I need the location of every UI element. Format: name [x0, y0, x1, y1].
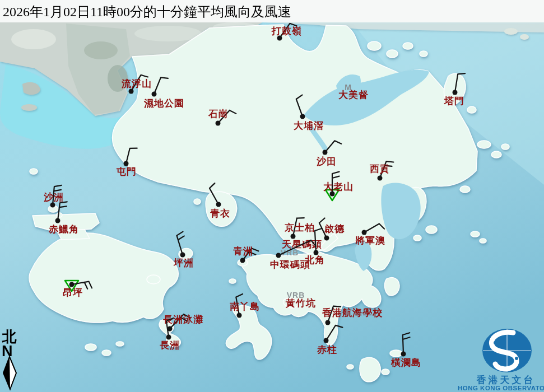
station-label: 橫瀾島 — [390, 357, 421, 368]
station-dot[interactable] — [240, 258, 245, 263]
station-dot[interactable] — [453, 90, 458, 95]
map-title: 2026年1月02日11時00分的十分鐘平均風向及風速 — [3, 4, 291, 19]
station-dot[interactable] — [324, 338, 329, 343]
wind-map-screenshot: 打鼓嶺流浮山濕地公園石崗大埔滘M大美督塔門沙田西貢屯門大老山沙洲青衣赤鱲角京士柏… — [0, 0, 544, 392]
station-label: 香港航海學校 — [322, 307, 383, 318]
station-dot[interactable] — [129, 89, 134, 94]
station-label: 屯門 — [116, 166, 137, 177]
station-dot[interactable] — [401, 352, 406, 357]
station-label: 坪洲 — [173, 258, 194, 268]
hk-wind-map: 打鼓嶺流浮山濕地公園石崗大埔滘M大美督塔門沙田西貢屯門大老山沙洲青衣赤鱲角京士柏… — [0, 0, 544, 392]
station-label: 沙洲 — [43, 192, 64, 203]
station-label: 長洲 — [160, 340, 180, 351]
station-label: 南丫島 — [230, 301, 260, 312]
station-dot[interactable] — [216, 202, 221, 207]
station-dot[interactable] — [326, 320, 331, 325]
station-label: 打鼓嶺 — [271, 26, 302, 36]
station-label: 大埔滘 — [294, 120, 324, 131]
station-label: 將軍澳 — [355, 235, 385, 246]
station-dot[interactable] — [216, 121, 221, 126]
station-dot[interactable] — [166, 335, 171, 340]
station-dot[interactable] — [55, 218, 61, 223]
station-label: 濕地公園 — [143, 98, 184, 109]
station-dot[interactable] — [124, 161, 129, 166]
station-label: 流浮山 — [121, 78, 152, 89]
station-label: 石崗 — [208, 109, 229, 119]
hko-logo-name-en: HONG KONG OBSERVATORY — [458, 385, 544, 391]
station-dot[interactable] — [180, 253, 185, 258]
station-label: 黃竹坑 — [285, 297, 316, 309]
station-label: 昂坪 — [63, 287, 83, 298]
station-dot[interactable] — [378, 176, 383, 181]
station-label: 大美督 — [338, 89, 369, 100]
station-dot[interactable] — [237, 313, 242, 318]
station-dot[interactable] — [152, 92, 157, 97]
station-label: 塔門 — [444, 96, 464, 106]
station-label: 大老山 — [323, 181, 354, 192]
station-dot[interactable] — [323, 150, 328, 155]
station-dot[interactable] — [69, 282, 75, 287]
station-label: 青洲 — [233, 246, 253, 256]
station-label: 啟德 — [324, 223, 345, 234]
station-label: 中環碼頭 — [270, 259, 310, 270]
station-dot[interactable] — [291, 234, 296, 239]
station-label: 沙田 — [316, 156, 337, 167]
station-label: 京士柏 — [284, 222, 315, 233]
station-dot[interactable] — [324, 236, 329, 241]
station-label: 赤鱲角 — [48, 224, 79, 235]
station-dot[interactable] — [276, 253, 281, 258]
station-dot[interactable] — [50, 203, 55, 208]
station-label: 西貢 — [369, 164, 390, 174]
station-label: 青衣 — [210, 208, 230, 219]
station-dot[interactable] — [300, 114, 305, 119]
station-dot[interactable] — [362, 230, 367, 235]
hko-logo-name-cn: 香港天文台 — [476, 375, 536, 385]
compass-north-letter: N — [2, 343, 13, 360]
station-label: 赤柱 — [317, 344, 337, 355]
